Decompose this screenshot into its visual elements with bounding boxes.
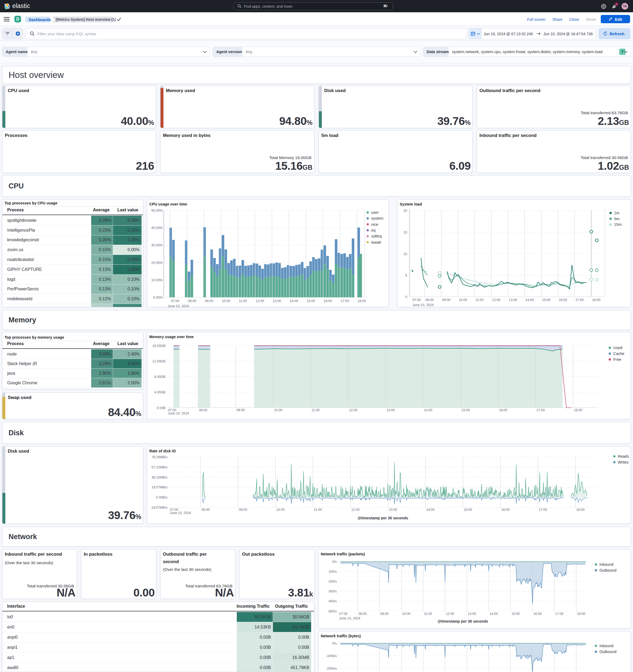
svg-text:-200/s: -200/s (327, 580, 337, 583)
svg-text:Outbound: Outbound (600, 568, 616, 573)
svg-text:09:00: 09:00 (236, 408, 245, 412)
svg-text:15:00: 15:00 (542, 298, 550, 302)
svg-text:0.00B/s: 0.00B/s (156, 496, 168, 499)
svg-text:17:00: 17:00 (340, 299, 349, 303)
svg-text:irq: irq (371, 228, 375, 233)
svg-text:09:00: 09:00 (239, 508, 247, 512)
svg-text:12:00: 12:00 (349, 408, 357, 412)
svg-text:June 10, 2024: June 10, 2024 (168, 304, 189, 307)
svg-text:15:00: 15:00 (511, 612, 520, 616)
svg-text:15m: 15m (614, 222, 622, 226)
svg-text:08:00: 08:00 (188, 299, 196, 303)
svg-text:-19.07MB/s: -19.07MB/s (150, 506, 168, 509)
svg-text:38.15MB/s: 38.15MB/s (151, 476, 168, 479)
svg-text:0.00%: 0.00% (153, 296, 163, 299)
svg-text:11:00: 11:00 (239, 299, 247, 303)
svg-text:-300/s: -300/s (327, 590, 337, 593)
svg-text:17:00: 17:00 (539, 508, 547, 512)
svg-text:Inbound: Inbound (600, 644, 613, 648)
svg-text:18:00: 18:00 (577, 612, 585, 616)
svg-text:13:00: 13:00 (273, 299, 281, 303)
svg-text:14:00: 14:00 (424, 408, 432, 412)
svg-text:Outbound: Outbound (600, 650, 616, 654)
svg-text:1m: 1m (614, 211, 619, 215)
svg-text:16:00: 16:00 (533, 612, 541, 616)
svg-text:09:00: 09:00 (442, 298, 450, 302)
svg-text:user: user (371, 210, 379, 215)
svg-text:0: 0 (405, 295, 407, 299)
svg-text:0/s: 0/s (332, 560, 337, 563)
svg-text:June 10, 2024: June 10, 2024 (168, 411, 189, 415)
svg-text:16.00GB: 16.00GB (152, 344, 165, 348)
svg-text:10:00: 10:00 (274, 408, 282, 412)
svg-text:08:00: 08:00 (358, 612, 366, 616)
svg-text:15: 15 (403, 231, 407, 234)
svg-text:20: 20 (403, 209, 407, 213)
svg-text:12:00: 12:00 (256, 299, 264, 303)
svg-text:17:00: 17:00 (575, 298, 584, 302)
svg-text:18:00: 18:00 (574, 408, 582, 412)
svg-text:12:00: 12:00 (351, 508, 359, 512)
svg-text:76.29MB/s: 76.29MB/s (151, 455, 168, 459)
svg-text:11:00: 11:00 (311, 408, 320, 412)
svg-text:16:00: 16:00 (499, 408, 507, 412)
svg-text:10:00: 10:00 (276, 508, 284, 512)
svg-text:iowait: iowait (371, 240, 381, 244)
svg-text:@timestamp per 30 seconds: @timestamp per 30 seconds (437, 619, 488, 623)
svg-text:13:00: 13:00 (468, 612, 476, 616)
svg-text:5m: 5m (614, 217, 619, 221)
svg-text:08:00: 08:00 (199, 408, 207, 412)
svg-text:18:00: 18:00 (358, 299, 366, 303)
svg-text:15:00: 15:00 (307, 299, 315, 303)
svg-text:Free: Free (613, 357, 621, 362)
svg-text:16:00: 16:00 (501, 508, 510, 512)
svg-text:17:00: 17:00 (536, 408, 545, 412)
svg-text:0.00B: 0.00B (157, 406, 166, 410)
svg-text:14:00: 14:00 (526, 298, 534, 302)
svg-text:11:00: 11:00 (314, 508, 322, 512)
svg-text:07:00: 07:00 (412, 298, 421, 302)
svg-text:20.00%: 20.00% (151, 261, 163, 265)
svg-text:4.00GB: 4.00GB (154, 390, 165, 394)
svg-text:Reads: Reads (618, 454, 629, 458)
svg-text:57.22MB/s: 57.22MB/s (151, 465, 168, 469)
svg-text:Cache: Cache (613, 352, 625, 356)
svg-text:16:00: 16:00 (324, 299, 332, 303)
svg-text:@timestamp per 30 seconds: @timestamp per 30 seconds (358, 516, 408, 520)
svg-text:19.07MB/s: 19.07MB/s (151, 485, 168, 489)
svg-text:13:00: 13:00 (386, 408, 395, 412)
svg-text:13:00: 13:00 (509, 298, 517, 302)
svg-text:10.00%: 10.00% (151, 278, 163, 282)
svg-text:June 10, 2024: June 10, 2024 (170, 511, 191, 515)
svg-text:12:00: 12:00 (492, 298, 501, 302)
svg-text:10:00: 10:00 (222, 299, 230, 303)
svg-text:07:00: 07:00 (339, 612, 348, 616)
svg-text:5: 5 (405, 273, 407, 277)
svg-text:10:00: 10:00 (459, 298, 467, 302)
svg-text:14:00: 14:00 (290, 299, 298, 303)
svg-text:15:00: 15:00 (464, 508, 472, 512)
svg-text:14:00: 14:00 (426, 508, 435, 512)
svg-text:18:00: 18:00 (592, 298, 601, 302)
svg-text:June 10, 2024: June 10, 2024 (412, 303, 434, 307)
svg-text:09:00: 09:00 (205, 299, 213, 303)
svg-text:system: system (371, 216, 383, 220)
svg-text:08:00: 08:00 (426, 298, 434, 302)
svg-text:17:00: 17:00 (555, 612, 563, 616)
svg-text:-100k/s: -100k/s (326, 654, 337, 658)
svg-text:50.00%: 50.00% (151, 209, 163, 212)
svg-text:Used: Used (613, 345, 622, 350)
svg-text:07:00: 07:00 (171, 299, 179, 303)
svg-text:30.00%: 30.00% (151, 243, 163, 247)
svg-text:16:00: 16:00 (559, 298, 567, 302)
svg-text:nice: nice (371, 222, 378, 226)
svg-text:11:00: 11:00 (475, 298, 483, 302)
svg-text:-200k/s: -200k/s (326, 667, 337, 670)
svg-text:12:00: 12:00 (446, 612, 454, 616)
svg-text:Inbound: Inbound (600, 562, 613, 567)
svg-text:Writes: Writes (618, 460, 629, 464)
svg-text:14:00: 14:00 (489, 612, 498, 616)
svg-text:08:00: 08:00 (201, 508, 209, 512)
svg-text:09:00: 09:00 (380, 612, 388, 616)
svg-text:10:00: 10:00 (402, 612, 410, 616)
